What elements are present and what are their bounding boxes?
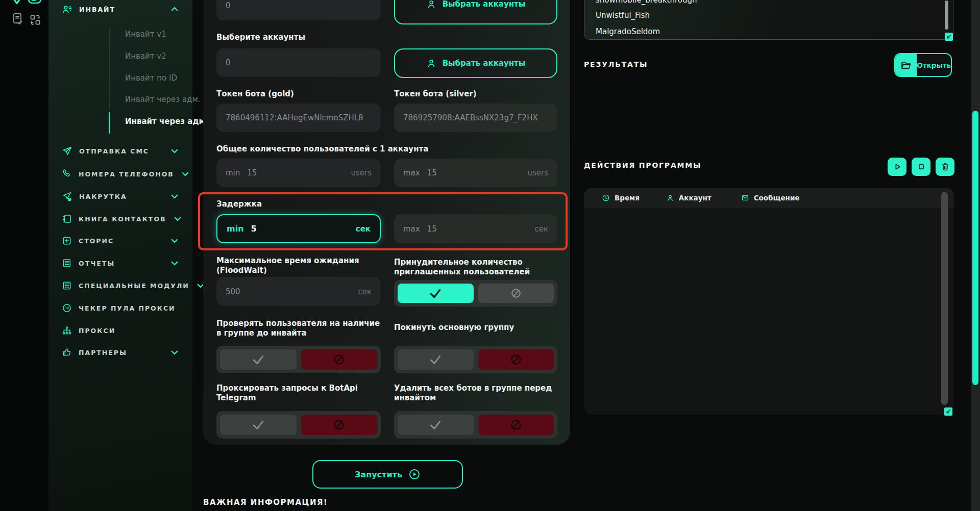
window-icon[interactable] xyxy=(28,0,42,5)
sidebar-item-boost[interactable]: НАКРУТКА xyxy=(48,187,192,206)
results-heading: РЕЗУЛЬТАТЫ xyxy=(584,60,648,68)
users-min-input[interactable]: min15 users xyxy=(216,159,381,187)
toggle-no-button[interactable] xyxy=(478,284,554,303)
sidebar-item-stories[interactable]: СТОРИС xyxy=(48,232,192,250)
resize-handle-icon[interactable] xyxy=(944,407,952,416)
remove-bots-toggle xyxy=(394,411,557,439)
sidebar-item-proxy-checker[interactable]: ЧЕКЕР ПУЛА ПРОКСИ xyxy=(48,299,192,317)
table-header-row: Время Аккаунт Сообщение xyxy=(584,188,954,208)
sidebar-item-invite[interactable]: ИНВАЙТ xyxy=(48,0,192,18)
start-button[interactable]: Запустить xyxy=(312,460,463,489)
groups-list-box[interactable]: snowmobile_breakthrough Unwistful_Fish M… xyxy=(584,0,953,40)
proxy-icon xyxy=(62,325,72,336)
toggle-yes-button[interactable] xyxy=(220,349,297,370)
check-user-label: Проверять пользователя на наличие в груп… xyxy=(216,319,385,338)
table-header-account: Аккаунт xyxy=(666,194,712,202)
app-root: ИНВАЙТ Инвайт v1 Инвайт v2 Инвайт по ID … xyxy=(0,0,980,511)
page-scrollbar-thumb[interactable] xyxy=(972,111,978,385)
sidebar: ИНВАЙТ Инвайт v1 Инвайт v2 Инвайт по ID … xyxy=(48,0,192,511)
accounts-count-input[interactable]: 0 xyxy=(216,48,381,77)
check-icon xyxy=(429,353,442,366)
important-info-heading: ВАЖНАЯ ИНФОРМАЦИЯ! xyxy=(203,498,328,507)
sidebar-subitem-invite-by-id[interactable]: Инвайт по ID xyxy=(125,73,177,83)
chevron-up-icon xyxy=(170,5,179,14)
sidebar-item-partners[interactable]: ПАРТНЕРЫ xyxy=(48,343,192,362)
remove-bots-label: Удалить всех ботов в группе перед инвайт… xyxy=(394,384,555,403)
user-icon xyxy=(426,0,436,9)
stop-button[interactable] xyxy=(912,158,930,176)
check-icon xyxy=(429,418,442,431)
sidebar-item-label: ИНВАЙТ xyxy=(79,6,163,13)
toggle-yes-button[interactable] xyxy=(220,415,297,435)
total-users-label: Общее количество пользователей с 1 аккау… xyxy=(216,144,533,154)
forced-count-toggle xyxy=(394,280,557,306)
table-header-time: Время xyxy=(602,194,640,202)
notification-icon[interactable] xyxy=(10,0,23,6)
chevron-down-icon xyxy=(170,348,179,357)
resize-handle-icon[interactable] xyxy=(945,33,953,41)
token-silver-input[interactable]: 7869257908:AAEBssNX23g7_F2HX xyxy=(394,104,557,132)
send-icon xyxy=(62,146,72,157)
sidebar-subitem-invite-v1[interactable]: Инвайт v1 xyxy=(125,30,166,39)
invite-form-card: 0 Выбрать аккаунты Выберите аккаунты 0 В… xyxy=(203,0,570,445)
block-icon xyxy=(333,353,345,366)
sidebar-item-proxy[interactable]: ПРОКСИ xyxy=(48,321,192,340)
token-gold-label: Токен бота (gold) xyxy=(216,89,294,99)
trash-icon xyxy=(941,162,950,171)
list-item[interactable]: Unwistful_Fish xyxy=(596,11,650,20)
modules-icon xyxy=(62,280,72,291)
select-accounts-button-top[interactable]: Выбрать аккаунты xyxy=(394,0,557,24)
checker-icon xyxy=(62,303,72,313)
sidebar-item-sms[interactable]: ОТПРАВКА СМС xyxy=(48,142,192,160)
token-silver-label: Токен бота (silver) xyxy=(394,89,477,99)
toggle-no-button[interactable] xyxy=(478,349,554,370)
clock-icon xyxy=(602,194,610,202)
delay-max-input[interactable]: max15 сек xyxy=(394,214,557,243)
toggle-no-button[interactable] xyxy=(301,415,378,435)
toggle-no-button[interactable] xyxy=(478,415,554,435)
toggle-yes-button[interactable] xyxy=(398,415,474,435)
user-icon xyxy=(666,194,674,202)
contacts-book-icon xyxy=(62,214,72,224)
program-actions-heading: ДЕЙСТВИЯ ПРОГРАММЫ xyxy=(584,161,701,169)
play-icon xyxy=(893,162,902,171)
toggle-yes-button[interactable] xyxy=(398,349,474,370)
sidebar-item-contacts-book[interactable]: КНИГА КОНТАКТОВ xyxy=(48,210,192,228)
sidebar-subitem-invite-v2[interactable]: Инвайт v2 xyxy=(125,52,166,61)
user-icon xyxy=(426,58,436,68)
toggle-no-button[interactable] xyxy=(301,349,378,370)
leave-group-label: Покинуть основную группу xyxy=(394,323,555,333)
reports-icon xyxy=(62,258,72,268)
toggle-yes-button[interactable] xyxy=(398,284,474,303)
floodwait-label: Максимальное время ожидания (FloodWait) xyxy=(216,256,375,275)
sidebar-item-phone-numbers[interactable]: НОМЕРА ТЕЛЕФОНОВ xyxy=(48,165,192,183)
token-gold-input[interactable]: 7860496112:AAHegEwNlcmoSZHL8 xyxy=(216,104,381,132)
floodwait-input[interactable]: 500 сек xyxy=(216,277,381,306)
swap-icon[interactable] xyxy=(29,14,41,26)
open-results-button[interactable]: Открыть xyxy=(894,53,952,77)
active-item-bar xyxy=(109,112,110,134)
forced-count-label: Принудительное количество приглашенных п… xyxy=(394,258,555,277)
chevron-down-icon xyxy=(170,192,179,201)
chevron-down-icon xyxy=(170,236,179,245)
chevron-down-icon xyxy=(170,259,179,268)
sidebar-item-reports[interactable]: ОТЧЕТЫ xyxy=(48,254,192,272)
boost-icon xyxy=(62,191,72,202)
select-accounts-button[interactable]: Выбрать аккаунты xyxy=(394,48,557,78)
list-item[interactable]: MalgradoSeldom xyxy=(596,27,660,36)
block-icon xyxy=(510,353,522,366)
doc-check-icon[interactable] xyxy=(12,12,24,27)
users-max-input[interactable]: max15 users xyxy=(394,159,557,187)
list-item[interactable]: snowmobile_breakthrough xyxy=(596,0,697,5)
block-icon xyxy=(510,419,522,431)
clear-button[interactable] xyxy=(936,158,954,176)
actions-scrollbar[interactable] xyxy=(941,192,948,405)
sidebar-item-special-modules[interactable]: СПЕЦИАЛЬНЫЕ МОДУЛИ xyxy=(48,276,192,295)
delay-min-input[interactable]: min5 сек xyxy=(216,214,381,243)
accounts-count-input-top[interactable]: 0 xyxy=(216,0,381,20)
run-button[interactable] xyxy=(888,158,906,176)
groups-scrollbar[interactable] xyxy=(945,1,948,30)
left-rail xyxy=(0,0,48,511)
check-icon xyxy=(252,418,265,431)
invite-icon xyxy=(62,4,72,15)
